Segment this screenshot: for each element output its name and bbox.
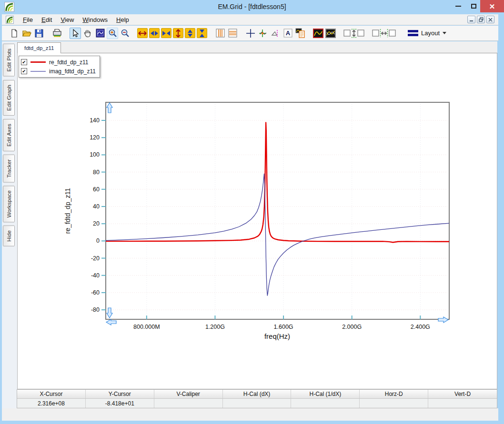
pointer-icon (71, 29, 79, 38)
legend-checkbox[interactable]: ✔ (21, 68, 27, 74)
minimize-button[interactable] (452, 0, 465, 12)
svg-text:-60: -60 (91, 289, 100, 296)
legend-line-sample (30, 71, 46, 72)
svg-text:80: 80 (93, 169, 100, 176)
zoom-in-button[interactable] (107, 28, 118, 39)
chart[interactable]: -80-60-40-20020406080100120140800.000M1.… (18, 53, 498, 389)
open-file-button[interactable] (21, 28, 32, 39)
v-grid-icon (216, 29, 225, 38)
maximize-button[interactable] (467, 0, 480, 12)
svg-text:A: A (285, 30, 290, 37)
overlay-traces-icon (325, 29, 336, 38)
expand-x-button[interactable] (137, 28, 148, 38)
text-a-icon: A (283, 29, 292, 38)
legend-line-sample (30, 61, 46, 63)
layout-label: Layout (421, 30, 440, 37)
overlay-plots-button[interactable] (325, 28, 336, 39)
side-tab-tracker[interactable]: Tracker (3, 155, 15, 183)
legend-checkbox[interactable]: ✔ (21, 59, 27, 65)
status-col-v-caliper: V-Caliper (154, 390, 223, 398)
tile-vertical-button[interactable] (343, 28, 365, 39)
status-value: -8.418e+01 (86, 399, 154, 408)
app-window: EM.Grid - [fdtdlesson5] ✕ FileEditViewWi… (0, 0, 504, 424)
axis-end-arrows[interactable] (106, 103, 448, 325)
side-tab-workspace[interactable]: Workspace (3, 186, 15, 222)
status-col-h-cal-1-dx-: H-Cal (1/dX) (291, 390, 360, 398)
caliper-button[interactable] (270, 28, 281, 39)
close-button[interactable]: ✕ (480, 0, 504, 12)
status-value (428, 399, 497, 408)
menu-items: FileEditViewWindowsHelp (19, 15, 133, 25)
print-button[interactable] (51, 28, 63, 39)
svg-text:40: 40 (93, 203, 100, 210)
legend-label: imag_fdtd_dp_z11 (49, 68, 96, 75)
plot-canvas[interactable]: ✔re_fdtd_dp_z11✔imag_fdtd_dp_z11 -80-60-… (17, 53, 497, 389)
tile-vertical-icon (343, 29, 364, 38)
compress-x-button[interactable] (161, 28, 171, 38)
gridlines (106, 102, 449, 319)
legend-item: ✔re_fdtd_dp_z11 (21, 58, 96, 67)
compress-y-button[interactable] (197, 28, 207, 38)
caliper-icon (271, 29, 280, 38)
svg-text:-80: -80 (91, 306, 100, 313)
status-value (291, 399, 360, 408)
mdi-minimize-button[interactable] (467, 16, 475, 23)
doc-tab-fdtd-dp-z11[interactable]: fdtd_dp_z11 (17, 42, 61, 53)
status-col-vert-d: Vert-D (428, 390, 497, 398)
tracker-button[interactable] (257, 28, 269, 39)
menu-edit[interactable]: Edit (37, 15, 56, 25)
side-tab-edit-plots[interactable]: Edit Plots (3, 44, 15, 77)
save-button[interactable] (33, 28, 45, 39)
svg-text:20: 20 (93, 220, 100, 227)
y-axis-top-arrow-icon[interactable] (107, 103, 112, 113)
expand-y-button[interactable] (173, 28, 183, 38)
menubar: FileEditViewWindowsHelp (2, 14, 498, 25)
menu-windows[interactable]: Windows (78, 15, 112, 25)
svg-text:2.000G: 2.000G (342, 324, 362, 330)
horizontal-gridlines-button[interactable] (227, 28, 238, 39)
crosshair-button[interactable] (245, 28, 256, 39)
side-tab-edit-axes[interactable]: Edit Axes (3, 119, 15, 151)
x-axis-title: freq(Hz) (264, 332, 290, 340)
doc-tab-row (17, 42, 497, 53)
side-tabs: Edit PlotsEdit GraphEdit AxesTrackerWork… (3, 44, 15, 247)
stretch-y-button[interactable] (185, 28, 195, 38)
menu-view[interactable]: View (56, 15, 78, 25)
blue-bowtie-h-icon (162, 30, 171, 36)
axis-ticks (101, 120, 420, 319)
side-tab-hide[interactable]: Hide (3, 226, 15, 247)
svg-text:800.000M: 800.000M (133, 324, 160, 330)
layout-icon (408, 30, 418, 36)
mdi-close-button[interactable] (486, 16, 494, 23)
titlebar[interactable]: EM.Grid - [fdtdlesson5] ✕ (0, 0, 504, 14)
svg-text:60: 60 (93, 186, 100, 193)
document-app-icon[interactable] (6, 16, 14, 24)
side-tab-edit-graph[interactable]: Edit Graph (3, 80, 15, 116)
single-trace-icon (313, 29, 323, 38)
text-annotation-button[interactable]: A (282, 28, 293, 39)
new-file-button[interactable] (9, 28, 20, 39)
document-area: fdtd_dp_z11 ✔re_fdtd_dp_z11✔imag_fdtd_dp… (17, 41, 497, 389)
stretch-x-button[interactable] (149, 28, 160, 38)
x-axis-right-arrow-icon[interactable] (438, 317, 448, 323)
tracker-icon (258, 29, 268, 38)
menu-file[interactable]: File (19, 15, 37, 25)
x-axis-left-arrow-icon[interactable] (106, 319, 116, 325)
mdi-restore-button[interactable] (477, 16, 485, 23)
pan-button[interactable] (82, 28, 93, 39)
print-icon (52, 29, 62, 38)
menu-help[interactable]: Help (112, 15, 133, 25)
y-axis-bottom-arrow-icon[interactable] (107, 308, 112, 318)
tile-horizontal-button[interactable] (372, 28, 396, 39)
select-pointer-button[interactable] (70, 28, 81, 39)
zoom-window-button[interactable] (94, 28, 106, 39)
status-value (360, 399, 428, 408)
svg-text:2.400G: 2.400G (411, 324, 430, 330)
layout-dropdown[interactable]: Layout (405, 28, 449, 38)
zoom-out-button[interactable] (119, 28, 131, 39)
plot-report-button[interactable] (294, 28, 306, 39)
single-plot-button[interactable] (312, 28, 324, 39)
vertical-gridlines-button[interactable] (214, 28, 226, 39)
y-axis-title: re_fdtd_dp_z11 (64, 188, 71, 234)
cursor-statusbar: X-CursorY-CursorV-CaliperH-Cal (dX)H-Cal… (17, 389, 497, 408)
